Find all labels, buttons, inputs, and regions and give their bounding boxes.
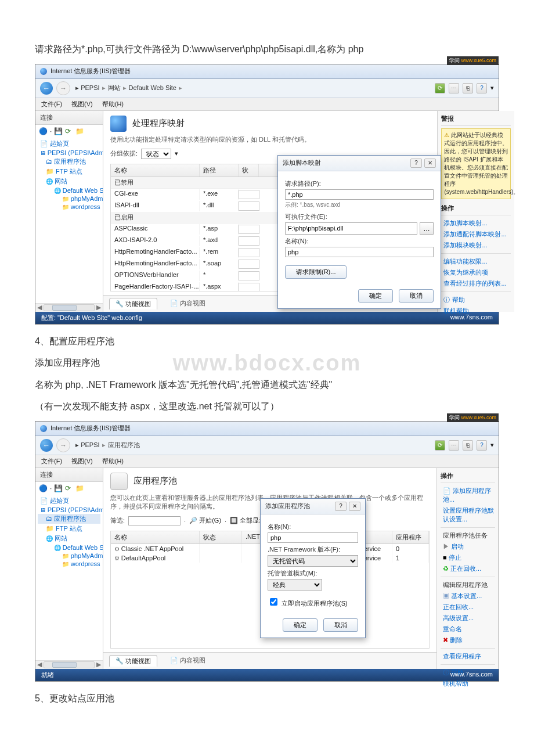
go-btn[interactable]: 🔎 开始(G) [189, 516, 221, 525]
framework-select[interactable]: 无托管代码 [268, 555, 358, 567]
ok-button[interactable]: 确定 [283, 618, 317, 632]
request-path-input[interactable] [285, 189, 434, 200]
save-icon[interactable]: 💾 [54, 484, 63, 492]
refresh-icon[interactable]: ⟳ [65, 484, 73, 492]
ok-button[interactable]: 确定 [358, 289, 393, 303]
menu-file[interactable]: 文件(F) [41, 457, 62, 466]
tab-content-view[interactable]: 📄 内容视图 [164, 655, 211, 667]
filter-input[interactable] [128, 516, 181, 525]
action-rename[interactable]: 重命名 [441, 624, 495, 635]
action-revert[interactable]: 恢复为继承的项 [441, 267, 511, 278]
tree-phpmyadmin[interactable]: phpMyAdmin [38, 552, 100, 560]
action-add-module[interactable]: 添加模块映射... [441, 240, 511, 251]
menu-help[interactable]: 帮助(H) [102, 457, 124, 466]
action-add-wildcard[interactable]: 添加通配符脚本映射... [441, 229, 511, 240]
tree-phpmyadmin[interactable]: phpMyAdmin [38, 195, 100, 203]
toolbar-icon-2[interactable]: ⋯ [449, 440, 459, 451]
restrictions-button[interactable]: 请求限制(R)... [285, 265, 347, 279]
col-name[interactable]: 名称 [111, 531, 200, 543]
tree-wordpress[interactable]: wordpress [38, 560, 100, 568]
dialog-close-icon[interactable]: ✕ [424, 159, 436, 168]
tab-features-view[interactable]: 🔧 功能视图 [109, 655, 157, 667]
toolbar-icon-3[interactable]: ⎗ [463, 83, 473, 93]
toolbar-icon-2[interactable]: ⋯ [449, 83, 459, 93]
autostart-checkbox[interactable] [270, 598, 277, 606]
col-state[interactable]: 状态 [200, 531, 242, 543]
group-by-select[interactable]: 状态 [141, 149, 171, 159]
cancel-button[interactable]: 取消 [323, 618, 358, 632]
connect-icon[interactable]: 🔵 [39, 484, 48, 492]
name-input[interactable] [285, 247, 434, 257]
action-recycle[interactable]: 正在回收... [441, 563, 495, 574]
action-start[interactable]: 启动 [441, 541, 495, 552]
bookmark-icon[interactable]: 📁 [75, 484, 84, 492]
tree-scrollbar[interactable]: ◀▶ [35, 660, 103, 669]
menu-view[interactable]: 视图(V) [71, 457, 93, 466]
action-delete[interactable]: 删除 [441, 635, 495, 646]
action-add-pool[interactable]: 📄 添加应用程序池... [441, 485, 495, 505]
action-view-ordered[interactable]: 查看经过排序的列表... [441, 278, 511, 289]
action-advanced[interactable]: 高级设置... [441, 613, 495, 624]
action-set-defaults[interactable]: 设置应用程序池默认设置... [441, 505, 495, 525]
tree-default-site[interactable]: Default Web Site [38, 543, 100, 552]
pool-tasks-header: 应用程序池任务 [441, 530, 495, 541]
help-icon[interactable]: ? [477, 83, 487, 93]
action-edit-permissions[interactable]: 编辑功能权限... [441, 256, 511, 267]
dialog-close-icon[interactable]: ✕ [349, 502, 360, 511]
pool-name-input[interactable] [268, 532, 358, 543]
tree-ftp[interactable]: 📁 FTP 站点 [38, 524, 100, 534]
action-basic-settings[interactable]: 基本设置... [441, 591, 495, 602]
tree-ftp[interactable]: 📁 FTP 站点 [38, 167, 100, 177]
tab-content-view[interactable]: 📄 内容视图 [164, 298, 211, 309]
col-path[interactable]: 路径 [200, 164, 239, 177]
col-apps[interactable]: 应用程序 [392, 531, 429, 543]
back-button[interactable]: ← [40, 439, 53, 452]
tree-start-page[interactable]: 📄 起始页 [38, 496, 100, 506]
connect-icon[interactable]: 🔵 [39, 127, 48, 135]
menu-help[interactable]: 帮助(H) [102, 100, 124, 109]
tree-server[interactable]: PEPSI (PEPSI\Administrator [38, 506, 100, 514]
cancel-button[interactable]: 取消 [399, 289, 434, 303]
refresh-icon[interactable]: ⟳ [65, 127, 73, 135]
tree-default-site[interactable]: Default Web Site [38, 186, 100, 195]
breadcrumb[interactable]: ▸ PEPSI▸网站▸Default Web Site▸ [74, 84, 185, 92]
dropdown-icon[interactable]: ▾ [490, 84, 494, 92]
toolbar-icon-1[interactable]: ⟳ [435, 440, 445, 451]
dropdown-icon[interactable]: ▾ [490, 441, 494, 449]
menu-view[interactable]: 视图(V) [71, 100, 93, 109]
dialog-help-icon[interactable]: ? [410, 159, 422, 168]
tree-wordpress[interactable]: wordpress [38, 203, 100, 211]
connections-tree[interactable]: 📄 起始页 PEPSI (PEPSI\Administrator 🗂 应用程序池… [35, 495, 103, 569]
executable-input[interactable] [285, 222, 417, 235]
menu-file[interactable]: 文件(F) [41, 100, 62, 109]
forward-button[interactable]: → [56, 438, 70, 452]
tree-sites[interactable]: 网站 [38, 177, 100, 186]
tree-app-pools[interactable]: 🗂 应用程序池 [38, 157, 100, 167]
action-stop[interactable]: 停止 [441, 552, 495, 563]
save-icon[interactable]: 💾 [54, 127, 63, 135]
tree-app-pools[interactable]: 🗂 应用程序池 [38, 514, 100, 524]
pipeline-select[interactable]: 经典 [268, 579, 322, 591]
action-help[interactable]: 帮助 [441, 294, 511, 305]
tree-sites[interactable]: 网站 [38, 534, 100, 543]
browse-button[interactable]: ... [420, 222, 434, 235]
action-recycling[interactable]: 正在回收... [441, 602, 495, 613]
action-view-apps[interactable]: 查看应用程序 [441, 651, 495, 662]
tree-start-page[interactable]: 📄 起始页 [38, 139, 100, 149]
tree-server[interactable]: PEPSI (PEPSI\Administrator [38, 149, 100, 157]
dialog-help-icon[interactable]: ? [335, 502, 347, 511]
tab-features-view[interactable]: 🔧 功能视图 [109, 298, 157, 309]
col-state[interactable]: 状 [239, 164, 259, 177]
toolbar-icon-1[interactable]: ⟳ [435, 83, 445, 93]
connections-tree[interactable]: 📄 起始页 PEPSI (PEPSI\Administrator 🗂 应用程序池… [35, 138, 103, 212]
back-button[interactable]: ← [40, 82, 53, 95]
forward-button[interactable]: → [56, 81, 70, 95]
tree-scrollbar[interactable]: ◀▶ [35, 303, 103, 312]
bookmark-icon[interactable]: 📁 [75, 127, 84, 135]
action-add-script[interactable]: 添加脚本映射... [441, 218, 511, 229]
breadcrumb[interactable]: ▸ PEPSI▸应用程序池 [74, 441, 140, 449]
action-online-help[interactable]: 联机帮助 [441, 678, 495, 689]
col-name[interactable]: 名称 [111, 164, 200, 177]
help-icon[interactable]: ? [477, 440, 487, 451]
toolbar-icon-3[interactable]: ⎗ [463, 440, 473, 451]
